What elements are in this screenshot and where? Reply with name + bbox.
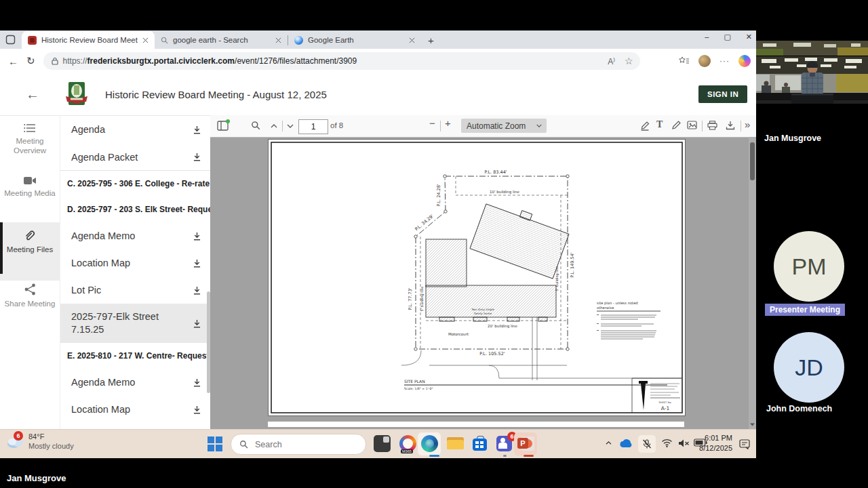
tray-chevron-up-icon[interactable] — [605, 441, 612, 445]
file-list: Agenda Agenda Packet C. 2025-795 - 306 E… — [60, 115, 212, 429]
tab-close-icon[interactable] — [142, 37, 149, 43]
minimize-button[interactable]: – — [705, 33, 709, 41]
sign-in-button[interactable]: SIGN IN — [698, 85, 747, 103]
download-icon[interactable] — [193, 152, 201, 161]
file-item[interactable]: Agenda Packet — [60, 144, 211, 170]
microphone-muted-icon[interactable] — [642, 439, 652, 449]
app-icon-dark[interactable] — [374, 435, 391, 452]
tab-strip: Historic Review Board Meeting - … google… — [0, 30, 756, 49]
add-image-icon[interactable] — [687, 121, 697, 129]
nav-meeting-overview[interactable]: Meeting Overview — [0, 123, 60, 155]
file-explorer-icon[interactable] — [447, 435, 464, 452]
page-down-icon[interactable] — [286, 123, 294, 129]
favorite-star-icon[interactable]: ☆ — [625, 56, 633, 66]
address-bar[interactable]: https://fredericksburgtx.portal.civiccle… — [43, 52, 640, 70]
wifi-icon[interactable] — [661, 439, 673, 447]
file-section-header[interactable]: C. 2025-795 - 306 E. College - Re-rate t… — [60, 171, 211, 197]
page-header: ← Historic Review Board Meeting - August… — [0, 73, 756, 116]
page-up-icon[interactable] — [270, 123, 278, 129]
microsoft-store-icon[interactable] — [471, 435, 488, 452]
scroll-down-icon[interactable] — [749, 422, 755, 427]
download-icon[interactable] — [193, 286, 201, 295]
text-annotation-icon[interactable]: T — [656, 119, 663, 130]
print-icon[interactable] — [707, 121, 717, 130]
zoom-in-icon[interactable]: + — [445, 117, 451, 129]
copilot-icon[interactable] — [738, 55, 751, 67]
powerpoint-icon[interactable]: P — [517, 435, 534, 452]
file-section-header[interactable]: D. 2025-797 - 203 S. Elk Street- Reques.… — [60, 197, 211, 222]
webcam-video-tile[interactable] — [756, 41, 868, 104]
download-icon[interactable] — [193, 259, 201, 268]
download-icon[interactable] — [193, 125, 201, 134]
notes-title-1: site plan - unless noted — [597, 301, 638, 306]
read-aloud-icon[interactable]: A) — [608, 56, 615, 66]
close-button[interactable]: ✕ — [746, 33, 752, 41]
weather-widget[interactable]: 6 84°F Mostly cloudy — [5, 432, 74, 451]
highlight-icon[interactable] — [640, 121, 650, 131]
file-item-selected[interactable]: 2025-797-Elk Street 7.15.25 — [60, 304, 211, 343]
tab-google-earth[interactable]: Google Earth — [288, 31, 421, 49]
download-icon[interactable] — [193, 378, 201, 387]
file-item[interactable]: Agenda Memo — [60, 222, 211, 249]
volume-muted-icon[interactable] — [678, 439, 690, 448]
page-number-input[interactable] — [298, 119, 328, 134]
label-home-2: family home — [474, 312, 492, 315]
maximize-button[interactable]: ▢ — [724, 33, 730, 41]
notification-center-icon[interactable] — [739, 439, 751, 449]
new-tab-button[interactable]: + — [428, 35, 434, 46]
pdf-scrollbar-thumb[interactable] — [750, 142, 755, 180]
pdf-search-icon[interactable] — [251, 121, 260, 130]
tab-civicclerk[interactable]: Historic Review Board Meeting - … — [22, 31, 155, 49]
draw-icon[interactable] — [671, 121, 681, 130]
download-icon[interactable] — [193, 232, 201, 241]
start-button[interactable] — [208, 436, 222, 451]
nav-meeting-media[interactable]: Meeting Media — [0, 176, 60, 198]
divider — [702, 121, 703, 131]
refresh-icon[interactable]: ↻ — [26, 55, 35, 67]
more-tools-icon[interactable]: » — [745, 119, 750, 130]
participant-avatar-pm[interactable]: PM — [774, 231, 844, 302]
m365-icon[interactable]: M365 — [399, 435, 416, 452]
search-input[interactable] — [254, 439, 344, 450]
favorites-bar-icon[interactable] — [679, 56, 690, 66]
taskbar-search[interactable] — [231, 434, 366, 455]
tab-title: Google Earth — [308, 36, 404, 44]
paperclip-icon — [0, 229, 60, 241]
file-item[interactable]: Lot Pic — [60, 277, 211, 304]
teams-running-indicator — [503, 455, 507, 457]
teams-icon[interactable]: 6 — [496, 435, 513, 452]
save-icon[interactable] — [726, 121, 735, 130]
page-back-icon[interactable]: ← — [26, 87, 39, 102]
zoom-select[interactable]: Automatic Zoom — [461, 119, 547, 133]
download-icon[interactable] — [193, 405, 201, 414]
download-icon[interactable] — [193, 319, 201, 328]
civicclerk-page: ← Historic Review Board Meeting - August… — [0, 73, 756, 429]
file-item[interactable]: Location Map — [60, 249, 211, 277]
tab-close-icon[interactable] — [275, 37, 281, 43]
pdf-scrollbar[interactable] — [749, 137, 756, 429]
clock[interactable]: 6:01 PM 8/12/2025 — [699, 433, 732, 453]
zoom-out-icon[interactable]: − — [429, 117, 435, 129]
file-item[interactable]: Location Map — [60, 396, 211, 423]
url-host: fredericksburgtx.portal.civicclerk.com — [87, 56, 235, 66]
file-label: Agenda Memo — [71, 230, 189, 241]
workspaces-icon[interactable] — [5, 35, 16, 45]
tab-google-search[interactable]: google earth - Search — [155, 31, 288, 49]
participant-avatar-jd[interactable]: JD — [774, 332, 844, 403]
tab-close-icon[interactable] — [409, 37, 415, 43]
share-icon — [0, 283, 60, 296]
weather-badge: 6 — [14, 431, 23, 441]
nav-share-meeting[interactable]: Share Meeting — [0, 283, 60, 308]
edge-icon[interactable] — [421, 435, 438, 452]
file-section-header[interactable]: E. 2025-810 - 217 W. Centre- Request t..… — [60, 343, 211, 369]
profile-avatar[interactable] — [698, 55, 711, 67]
divider — [282, 121, 283, 131]
back-icon[interactable]: ← — [8, 56, 18, 67]
pdf-document-area[interactable]: P.L. 83.44' 10' building line P.L. 24.28… — [210, 137, 756, 429]
onedrive-icon[interactable] — [619, 439, 633, 448]
more-menu-icon[interactable]: ··· — [719, 56, 730, 66]
sidebar-toggle-icon[interactable] — [217, 121, 229, 131]
nav-meeting-files[interactable]: Meeting Files — [0, 222, 60, 281]
file-item[interactable]: Agenda — [60, 115, 211, 144]
file-item[interactable]: Agenda Memo — [60, 369, 211, 396]
